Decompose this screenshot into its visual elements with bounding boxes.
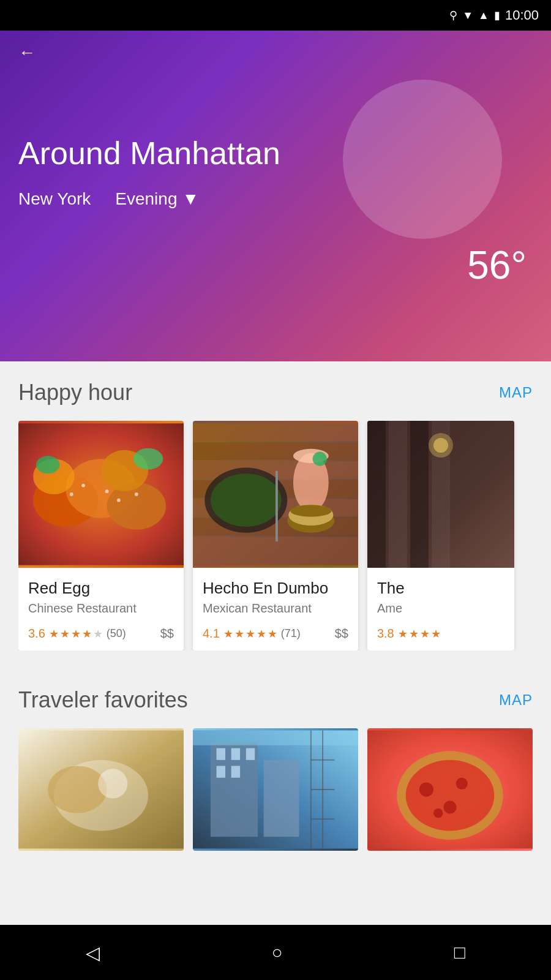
red-egg-rating-row: 3.6 ★ ★ ★ ★ ★ (50) $$: [28, 627, 174, 641]
svg-point-61: [433, 809, 443, 818]
svg-rect-48: [231, 766, 240, 777]
happy-hour-title: Happy hour: [18, 380, 132, 405]
svg-point-28: [290, 505, 331, 516]
svg-point-23: [313, 452, 327, 466]
temperature: 56°: [467, 243, 527, 288]
svg-rect-45: [231, 748, 240, 760]
svg-rect-46: [246, 748, 255, 760]
svg-rect-43: [264, 760, 299, 837]
traveler-card-1[interactable]: [18, 728, 184, 851]
svg-point-6: [36, 456, 60, 473]
traveler-map-link[interactable]: MAP: [499, 692, 533, 709]
red-egg-price: $$: [160, 627, 174, 641]
star-2: ★: [60, 627, 70, 641]
home-nav-icon[interactable]: ○: [271, 942, 282, 963]
hecho-type: Mexican Restaurant: [203, 601, 348, 616]
svg-rect-49: [193, 731, 358, 745]
red-egg-count: (50): [107, 627, 126, 640]
svg-point-7: [133, 448, 163, 470]
svg-point-8: [70, 492, 73, 496]
hecho-stars: ★ ★ ★ ★ ★: [223, 627, 277, 641]
recent-nav-icon[interactable]: □: [454, 942, 465, 963]
svg-point-11: [117, 499, 121, 502]
red-egg-rating: 3.6 ★ ★ ★ ★ ★ (50): [28, 627, 126, 641]
amen-rating-row: 3.8 ★ ★ ★ ★: [377, 627, 504, 641]
star-3: ★: [420, 627, 430, 641]
svg-rect-32: [389, 421, 407, 568]
happy-hour-cards: Red Egg Chinese Restaurant 3.6 ★ ★ ★ ★ ★…: [18, 421, 533, 650]
traveler-header: Traveler favorites MAP: [18, 687, 533, 713]
svg-point-10: [105, 489, 109, 493]
hecho-body: Hecho En Dumbo Mexican Restaurant 4.1 ★ …: [193, 568, 358, 650]
back-nav-icon[interactable]: ◁: [86, 942, 100, 963]
back-button[interactable]: ←: [18, 43, 36, 62]
star-3: ★: [71, 627, 81, 641]
wifi-icon: ▼: [462, 9, 473, 22]
star-4: ★: [431, 627, 441, 641]
hero-section: ← Around Manhattan New York Evening ▼ 56…: [0, 31, 551, 361]
traveler-card-3[interactable]: [367, 728, 533, 851]
amen-image: [367, 421, 514, 568]
red-egg-image: [18, 421, 184, 568]
hecho-rating-num: 4.1: [203, 627, 220, 641]
svg-point-39: [48, 766, 107, 813]
system-nav-bar: ◁ ○ □: [0, 925, 551, 980]
red-egg-name: Red Egg: [28, 579, 174, 598]
time-filter-label: Evening: [115, 189, 177, 209]
traveler-title: Traveler favorites: [18, 687, 188, 713]
card-hecho-en-dumbo[interactable]: Hecho En Dumbo Mexican Restaurant 4.1 ★ …: [193, 421, 358, 650]
card-red-egg[interactable]: Red Egg Chinese Restaurant 3.6 ★ ★ ★ ★ ★…: [18, 421, 184, 650]
star-2: ★: [409, 627, 419, 641]
star-5: ★: [268, 627, 277, 641]
svg-rect-33: [410, 421, 429, 568]
svg-point-40: [98, 769, 127, 798]
star-4: ★: [82, 627, 92, 641]
red-egg-stars: ★ ★ ★ ★ ★: [49, 627, 103, 641]
svg-point-36: [433, 438, 448, 453]
time-filter-button[interactable]: Evening ▼: [115, 189, 199, 209]
traveler-cards: [18, 728, 533, 851]
hero-city: New York: [18, 189, 91, 209]
battery-icon: ▮: [494, 9, 500, 22]
red-egg-type: Chinese Restaurant: [28, 601, 174, 616]
hecho-name: Hecho En Dumbo: [203, 579, 348, 598]
amen-body: The Ame 3.8 ★ ★ ★ ★: [367, 568, 514, 650]
svg-rect-14: [193, 423, 358, 441]
svg-point-60: [443, 801, 456, 813]
star-5: ★: [93, 627, 103, 641]
svg-rect-20: [193, 537, 358, 565]
happy-hour-section: Happy hour MAP: [0, 361, 551, 669]
hecho-rating-row: 4.1 ★ ★ ★ ★ ★ (71) $$: [203, 627, 348, 641]
red-egg-body: Red Egg Chinese Restaurant 3.6 ★ ★ ★ ★ ★…: [18, 568, 184, 650]
status-bar: ⚲ ▼ ▲ ▮ 10:00: [0, 0, 551, 31]
amen-name: The: [377, 579, 504, 598]
star-1: ★: [49, 627, 59, 641]
svg-rect-29: [276, 470, 278, 541]
weather-circle: [343, 80, 502, 239]
chevron-down-icon: ▼: [182, 189, 199, 209]
amen-rating: 3.8 ★ ★ ★ ★: [377, 627, 441, 641]
svg-rect-15: [193, 442, 358, 460]
happy-hour-map-link[interactable]: MAP: [499, 384, 533, 401]
star-2: ★: [234, 627, 244, 641]
hecho-count: (71): [281, 627, 301, 640]
star-3: ★: [246, 627, 255, 641]
card-the-amen[interactable]: The Ame 3.8 ★ ★ ★ ★: [367, 421, 514, 650]
star-1: ★: [398, 627, 408, 641]
svg-point-58: [419, 782, 433, 796]
hecho-image: [193, 421, 358, 568]
signal-icon: ▲: [478, 9, 489, 22]
svg-point-25: [211, 473, 282, 527]
hecho-price: $$: [335, 627, 348, 641]
svg-point-59: [456, 778, 468, 790]
svg-rect-44: [217, 748, 225, 760]
svg-point-57: [406, 760, 495, 831]
red-egg-rating-num: 3.6: [28, 627, 45, 641]
status-icons: ⚲ ▼ ▲ ▮ 10:00: [449, 7, 539, 23]
traveler-card-2[interactable]: [193, 728, 358, 851]
svg-rect-47: [217, 766, 225, 777]
star-1: ★: [223, 627, 233, 641]
traveler-favorites-section: Traveler favorites MAP: [0, 669, 551, 857]
status-time: 10:00: [505, 7, 539, 23]
hecho-rating: 4.1 ★ ★ ★ ★ ★ (71): [203, 627, 301, 641]
